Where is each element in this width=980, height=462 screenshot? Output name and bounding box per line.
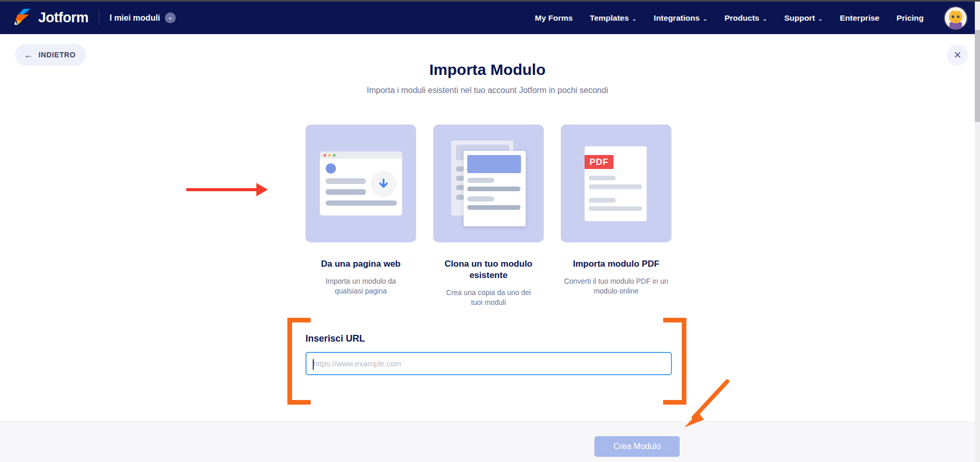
text-placeholder-bar — [326, 178, 366, 184]
back-button-label: INDIETRO — [39, 51, 76, 59]
pdf-document-illustration: PDF — [585, 146, 647, 221]
annotation-bracket-left — [287, 318, 292, 405]
chevron-down-icon: ⌄ — [165, 12, 176, 23]
placeholder-bar — [589, 184, 642, 189]
red-arrow-head — [256, 183, 268, 196]
placeholder-bar — [589, 198, 616, 203]
nav-item-label: Products — [725, 13, 759, 23]
close-icon: ✕ — [954, 49, 962, 61]
browser-titlebar — [320, 151, 402, 159]
navbar: Jotform I miei moduli ⌄ My Forms Templat… — [0, 2, 975, 34]
nav-item-integrations[interactable]: Integrations ⌄ — [654, 13, 708, 23]
nav-item-pricing[interactable]: Pricing — [896, 13, 924, 23]
nav-divider — [99, 11, 99, 25]
current-page-label: I miei moduli — [110, 13, 160, 23]
footer-bar: Crea Modulo — [0, 421, 975, 462]
annotation-bracket-left — [287, 400, 311, 405]
placeholder-bar — [456, 166, 464, 172]
nav-item-products[interactable]: Products ⌄ — [725, 13, 767, 23]
nav-item-label: Templates — [590, 13, 629, 23]
card-label-clone-existing: Clona un tuo modulo esistente Crea una c… — [433, 258, 544, 307]
chevron-down-icon: ⌄ — [703, 14, 708, 22]
brand[interactable]: Jotform — [13, 8, 88, 28]
annotation-bracket-right — [663, 318, 686, 322]
nav-item-label: Integrations — [654, 13, 700, 23]
window-dot-green — [333, 154, 335, 157]
page-title: Importa Modulo — [0, 61, 975, 79]
placeholder-bar — [589, 176, 616, 180]
placeholder-bar — [467, 187, 520, 191]
download-icon — [371, 171, 396, 197]
jotform-logo-icon — [13, 8, 32, 28]
page-subtitle: Importa i moduli esistenti nel tuo accou… — [0, 86, 975, 95]
nav-item-support[interactable]: Support ⌄ — [784, 13, 823, 23]
nav-menu: My Forms Templates ⌄ Integrations ⌄ Prod… — [535, 6, 968, 30]
nav-item-label: Support — [784, 13, 815, 23]
annotation-red-arrow — [186, 182, 269, 197]
chevron-down-icon: ⌄ — [818, 14, 823, 22]
chevron-down-icon: ⌄ — [762, 14, 767, 22]
placeholder-bar — [456, 185, 464, 190]
card-import-pdf[interactable]: PDF — [561, 125, 671, 242]
placeholder-bar — [467, 205, 520, 210]
chevron-down-icon: ⌄ — [632, 14, 637, 22]
nav-item-label: Enterprise — [840, 13, 880, 23]
card-label-from-web-page: Da una pagina web Importa un modulo da q… — [305, 258, 416, 307]
card-title: Da una pagina web — [305, 258, 416, 270]
window-dot-red — [324, 154, 326, 157]
text-placeholder-bar — [326, 189, 366, 195]
card-title: Importa modulo PDF — [561, 258, 671, 270]
text-caret — [313, 359, 314, 370]
card-label-import-pdf: Importa modulo PDF Converti il tuo modul… — [561, 258, 671, 307]
scrollbar-thumb[interactable] — [975, 30, 980, 122]
nav-item-label: My Forms — [535, 13, 573, 23]
avatar-placeholder-shape — [326, 163, 336, 174]
placeholder-bar — [467, 178, 494, 183]
red-arrow-shaft — [186, 188, 257, 191]
annotation-orange-arrow — [677, 376, 734, 434]
card-description: Crea una copia da uno dei tuoi moduli — [444, 288, 533, 307]
placeholder-bar — [456, 176, 464, 181]
window-top-edge — [0, 0, 980, 2]
card-from-web-page[interactable] — [305, 125, 416, 242]
brand-name: Jotform — [38, 10, 88, 26]
scrollbar[interactable] — [975, 2, 980, 462]
browser-mockup-illustration — [320, 151, 402, 215]
import-options-row: PDF — [305, 125, 671, 242]
document-front-illustration — [464, 151, 526, 226]
current-page-dropdown[interactable]: I miei moduli ⌄ — [110, 12, 176, 23]
card-description: Importa un modulo da qualsiasi pagina — [316, 276, 405, 296]
annotation-bracket-left — [287, 318, 311, 322]
placeholder-header — [467, 155, 521, 173]
nav-item-label: Pricing — [896, 13, 924, 23]
nav-item-templates[interactable]: Templates ⌄ — [590, 13, 637, 23]
placeholder-bar — [456, 195, 464, 200]
create-form-button[interactable]: Crea Modulo — [594, 436, 680, 457]
card-clone-existing-form[interactable] — [433, 125, 544, 242]
card-title: Clona un tuo modulo esistente — [433, 258, 544, 281]
url-label: Inserisci URL — [305, 333, 672, 344]
card-description: Converti il tuo modulo PDF in un modulo … — [563, 276, 669, 296]
window-dot-yellow — [328, 154, 331, 157]
url-input[interactable] — [305, 352, 672, 375]
url-section: Inserisci URL — [305, 333, 672, 375]
pdf-badge: PDF — [585, 155, 614, 169]
text-placeholder-bar — [326, 201, 397, 206]
nav-item-my-forms[interactable]: My Forms — [535, 13, 573, 23]
nav-item-enterprise[interactable]: Enterprise — [840, 13, 880, 23]
import-options-labels: Da una pagina web Importa un modulo da q… — [305, 258, 671, 307]
placeholder-bar — [589, 206, 642, 211]
back-arrow-icon: ← — [24, 50, 34, 60]
placeholder-bar — [467, 196, 494, 202]
avatar[interactable] — [944, 6, 968, 30]
